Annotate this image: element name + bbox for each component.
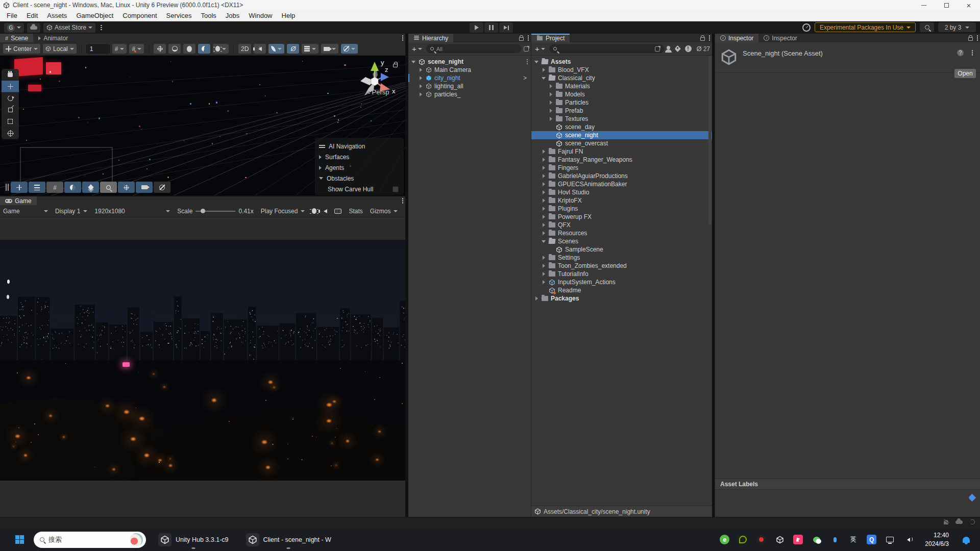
tree-row[interactable]: KriptoFX (531, 196, 712, 205)
search-button[interactable] (920, 22, 934, 32)
tree-row[interactable]: Packages (531, 294, 712, 303)
scale-slider[interactable] (195, 211, 235, 212)
menu-component[interactable]: Component (118, 10, 161, 21)
step-button[interactable] (499, 22, 513, 33)
overlay-compass-button[interactable] (154, 182, 170, 193)
tree-row[interactable]: scene_overcast (531, 139, 712, 147)
ime-indicator[interactable]: 英 (848, 535, 858, 544)
notifications-muted-icon[interactable] (944, 520, 948, 524)
refresh-icon[interactable] (970, 519, 975, 524)
tree-row[interactable]: GPUECSAnimationBaker (531, 180, 712, 188)
menu-window[interactable]: Window (244, 10, 277, 21)
cloud-status-icon[interactable] (955, 520, 963, 524)
lock-icon[interactable] (968, 37, 973, 41)
tool-handle-rotation-dropdown[interactable]: Local (43, 44, 77, 54)
taskbar-app-unity-client[interactable]: Client - scene_night - W (241, 530, 336, 550)
asset-store-dropdown[interactable]: Asset Store (43, 23, 95, 33)
tool-handle-position-dropdown[interactable]: Center (3, 44, 40, 54)
menu-tools[interactable]: Tools (196, 10, 220, 21)
tab-animator[interactable]: Animator (33, 34, 73, 42)
tree-row[interactable]: Toon_Zombies_extended (531, 262, 712, 270)
overlay-camera-button[interactable] (136, 182, 153, 193)
rect-tool-button[interactable] (2, 116, 19, 128)
tree-row[interactable]: city_night> (408, 74, 531, 82)
tree-row[interactable]: Fajrul FN (531, 147, 712, 156)
taskbar-search-input[interactable]: 搜索 (34, 532, 146, 548)
transform-tool-button[interactable] (2, 128, 19, 139)
minimize-button[interactable] (913, 0, 935, 10)
project-search-input[interactable] (549, 44, 664, 53)
2d-toggle[interactable]: 2D (238, 44, 251, 54)
tab-project[interactable]: Project (531, 34, 570, 42)
menu-help[interactable]: Help (277, 10, 300, 21)
overlay-drag-handle[interactable] (6, 184, 9, 191)
undo-history-icon[interactable] (802, 23, 811, 32)
menu-gameobject[interactable]: GameObject (71, 10, 118, 21)
tree-row[interactable]: SampleScene (531, 245, 712, 254)
start-button[interactable] (9, 530, 30, 550)
tree-row[interactable]: Models (531, 90, 712, 98)
add-label-icon[interactable] (968, 494, 976, 502)
experimental-packages-button[interactable]: Experimental Packages In Use (815, 22, 916, 32)
menu-jobs[interactable]: Jobs (221, 10, 244, 21)
scene-lighting-toggle[interactable] (154, 44, 166, 54)
hierarchy-menu-icon[interactable] (528, 37, 529, 39)
tree-row[interactable]: Particles (531, 98, 712, 107)
overlay-handle-icon[interactable] (319, 145, 325, 146)
unity-tray-icon[interactable] (775, 535, 785, 544)
display-icon[interactable] (885, 535, 895, 544)
tree-row[interactable]: particles_ (408, 90, 531, 98)
tree-row[interactable]: Settings (531, 254, 712, 262)
tree-row[interactable]: scene_day (531, 123, 712, 131)
screen-recorder-icon[interactable] (756, 535, 766, 544)
lock-icon[interactable] (700, 37, 705, 41)
notification-bell-icon[interactable] (963, 537, 970, 543)
tab-inspector-2[interactable]: Inspector (758, 34, 802, 42)
scale-tool-button[interactable] (2, 104, 19, 116)
overlay-mixer-button[interactable] (29, 182, 45, 193)
overlay-move-button[interactable] (11, 182, 28, 193)
scene-lamp-toggle[interactable] (168, 44, 181, 54)
maximize-button[interactable] (935, 0, 958, 10)
tab-scene[interactable]: Scene (0, 34, 33, 42)
wechat-icon[interactable] (812, 535, 821, 544)
overlay-search-button[interactable] (100, 182, 117, 193)
pause-button[interactable] (484, 22, 498, 33)
taskbar-app-unity-hub[interactable]: Unity Hub 3.3.1-c9 (153, 530, 234, 550)
picker-icon[interactable] (524, 46, 529, 52)
tree-row[interactable]: Resources (531, 229, 712, 237)
tree-row[interactable]: Fantasy_Ranger_Weapons (531, 156, 712, 164)
layers-dropdown[interactable] (302, 44, 318, 54)
header-menu-icon[interactable] (972, 52, 973, 54)
play-button[interactable] (470, 22, 483, 33)
hierarchy-search-input[interactable]: All (426, 44, 521, 53)
row-menu-icon[interactable] (527, 61, 528, 63)
persp-label[interactable]: < Persp (353, 88, 402, 96)
tree-row[interactable]: lighting_all (408, 82, 531, 90)
qq-browser-icon[interactable] (867, 535, 876, 544)
tree-row[interactable]: Plugins (531, 205, 712, 213)
cloud-button[interactable] (27, 23, 40, 33)
grid-snapping-toggle[interactable] (112, 44, 127, 54)
stats-button[interactable]: Stats (349, 208, 362, 215)
tree-row[interactable]: scene_night (408, 58, 531, 66)
resolution-dropdown[interactable]: 980x551 (94, 208, 170, 215)
rotate-tool-button[interactable] (2, 92, 19, 104)
tree-row[interactable]: Assets (531, 58, 712, 66)
tree-row[interactable]: Textures (531, 115, 712, 123)
game-view-mode-dropdown[interactable]: Game (3, 208, 48, 215)
taskbar-clock[interactable]: 12:40 2024/6/3 (925, 531, 949, 547)
overlay-grid-button[interactable] (46, 182, 63, 193)
tab-inspector-1[interactable]: Inspector (715, 34, 758, 42)
nvidia-icon[interactable] (738, 535, 748, 544)
display-dropdown[interactable]: Display 1 (55, 208, 87, 215)
show-carve-hull-checkbox[interactable] (393, 186, 399, 192)
tree-row[interactable]: Main Camera (408, 66, 531, 74)
tree-row[interactable]: Hovl Studio (531, 188, 712, 196)
scene-audio-toggle[interactable] (254, 44, 266, 54)
nav-obstacles-row[interactable]: Obstacles (319, 173, 400, 184)
toolbar-more-icon[interactable] (101, 27, 102, 29)
asset-store-search-icon[interactable] (667, 46, 670, 49)
browser-e-icon[interactable] (720, 535, 729, 544)
close-button[interactable] (958, 0, 980, 10)
